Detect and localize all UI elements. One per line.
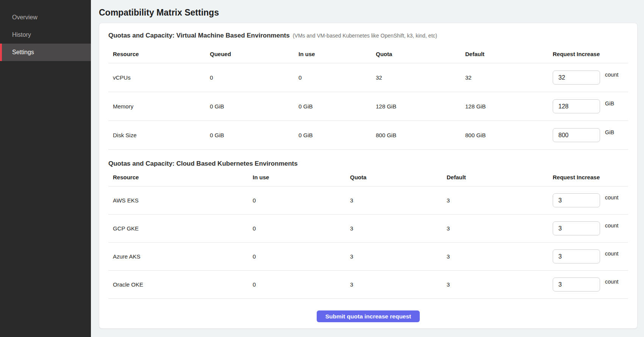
- sidebar-item-label: Overview: [12, 14, 38, 21]
- column-header-request-increase: Request Increase: [553, 51, 628, 57]
- settings-card: Quotas and Capacity: Virtual Machine Bas…: [99, 23, 638, 329]
- request-increase-field: GiB: [553, 128, 628, 142]
- request-increase-field: GiB: [553, 99, 628, 113]
- sidebar-item-history[interactable]: History: [0, 26, 91, 44]
- quota-cell: 128 GiB: [376, 103, 465, 110]
- table-row-gcp-gke: GCP GKE 0 3 3 count: [108, 215, 628, 243]
- request-increase-field: count: [553, 221, 628, 235]
- quota-cell: 3: [350, 253, 447, 260]
- table-row-oracle-oke: Oracle OKE 0 3 3 count: [108, 271, 628, 299]
- in-use-cell: 0: [253, 253, 350, 260]
- resource-cell: AWS EKS: [108, 197, 253, 204]
- in-use-cell: 0 GiB: [299, 103, 376, 110]
- resource-cell: Disk Size: [108, 132, 210, 138]
- submit-quota-increase-button[interactable]: Submit quota increase request: [317, 310, 420, 322]
- quota-cell: 3: [350, 281, 447, 288]
- cloud-section-title: Quotas and Capacity: Cloud Based Kuberne…: [108, 160, 298, 168]
- unit-label: count: [605, 251, 618, 257]
- resource-cell: Azure AKS: [108, 253, 253, 260]
- resource-cell: vCPUs: [108, 74, 210, 81]
- cloud-table-header-row: Resource In use Quota Default Request In…: [108, 168, 628, 187]
- request-increase-field: count: [553, 71, 628, 85]
- vm-table-header-row: Resource Queued In use Quota Default Req…: [108, 45, 628, 63]
- vm-section-subtitle: (VMs and VM-based Kubernetes like OpenSh…: [293, 33, 437, 39]
- table-row-memory: Memory 0 GiB 0 GiB 128 GiB 128 GiB GiB: [108, 92, 628, 121]
- default-cell: 128 GiB: [465, 103, 553, 110]
- quota-cell: 32: [376, 74, 465, 81]
- default-cell: 3: [447, 253, 553, 260]
- vcpus-request-input[interactable]: [553, 71, 600, 85]
- default-cell: 32: [465, 74, 553, 81]
- resource-cell: Oracle OKE: [108, 281, 253, 288]
- column-header-default: Default: [447, 174, 553, 180]
- aws-eks-request-input[interactable]: [553, 193, 600, 207]
- default-cell: 3: [447, 197, 553, 204]
- memory-request-input[interactable]: [553, 99, 600, 113]
- azure-aks-request-input[interactable]: [553, 249, 600, 263]
- default-cell: 3: [447, 225, 553, 232]
- gcp-gke-request-input[interactable]: [553, 221, 600, 235]
- default-cell: 800 GiB: [465, 132, 553, 138]
- resource-cell: Memory: [108, 103, 210, 110]
- queued-cell: 0: [210, 74, 299, 81]
- column-header-resource: Resource: [108, 51, 210, 57]
- column-header-queued: Queued: [210, 51, 299, 57]
- sidebar-item-settings[interactable]: Settings: [0, 44, 91, 61]
- unit-label: GiB: [605, 100, 614, 107]
- column-header-default: Default: [465, 51, 553, 57]
- cloud-quota-table: Resource In use Quota Default Request In…: [108, 168, 628, 299]
- in-use-cell: 0: [299, 74, 376, 81]
- sidebar-item-overview[interactable]: Overview: [0, 9, 91, 26]
- request-increase-field: count: [553, 277, 628, 292]
- column-header-resource: Resource: [108, 174, 253, 180]
- column-header-request-increase: Request Increase: [553, 174, 628, 180]
- column-header-quota: Quota: [376, 51, 465, 57]
- table-row-azure-aks: Azure AKS 0 3 3 count: [108, 243, 628, 271]
- sidebar: Overview History Settings: [0, 0, 91, 337]
- quota-cell: 3: [350, 197, 447, 204]
- sidebar-item-label: Settings: [12, 49, 34, 56]
- table-row-vcpus: vCPUs 0 0 32 32 count: [108, 63, 628, 92]
- unit-label: count: [605, 279, 618, 285]
- main-content: Compatibility Matrix Settings Quotas and…: [91, 0, 644, 337]
- table-row-aws-eks: AWS EKS 0 3 3 count: [108, 187, 628, 215]
- resource-cell: GCP GKE: [108, 225, 253, 232]
- column-header-in-use: In use: [299, 51, 376, 57]
- column-header-quota: Quota: [350, 174, 447, 180]
- sidebar-item-label: History: [12, 31, 31, 38]
- vm-section-title: Quotas and Capacity: Virtual Machine Bas…: [108, 31, 290, 40]
- table-row-disk-size: Disk Size 0 GiB 0 GiB 800 GiB 800 GiB Gi…: [108, 121, 628, 150]
- vm-quota-table: Resource Queued In use Quota Default Req…: [108, 45, 628, 150]
- request-increase-field: count: [553, 249, 628, 263]
- unit-label: count: [605, 72, 618, 78]
- page-title: Compatibility Matrix Settings: [99, 7, 638, 18]
- quota-cell: 800 GiB: [376, 132, 465, 138]
- default-cell: 3: [447, 281, 553, 288]
- in-use-cell: 0 GiB: [299, 132, 376, 138]
- oracle-oke-request-input[interactable]: [553, 277, 600, 292]
- in-use-cell: 0: [253, 197, 350, 204]
- vm-section-header: Quotas and Capacity: Virtual Machine Bas…: [108, 31, 628, 40]
- request-increase-field: count: [553, 193, 628, 207]
- in-use-cell: 0: [253, 281, 350, 288]
- queued-cell: 0 GiB: [210, 103, 299, 110]
- cloud-section-header: Quotas and Capacity: Cloud Based Kuberne…: [108, 160, 628, 168]
- quota-cell: 3: [350, 225, 447, 232]
- unit-label: count: [605, 194, 618, 201]
- column-header-in-use: In use: [253, 174, 350, 180]
- unit-label: count: [605, 223, 618, 229]
- queued-cell: 0 GiB: [210, 132, 299, 138]
- unit-label: GiB: [605, 129, 614, 135]
- disk-size-request-input[interactable]: [553, 128, 600, 142]
- submit-row: Submit quota increase request: [108, 310, 628, 322]
- in-use-cell: 0: [253, 225, 350, 232]
